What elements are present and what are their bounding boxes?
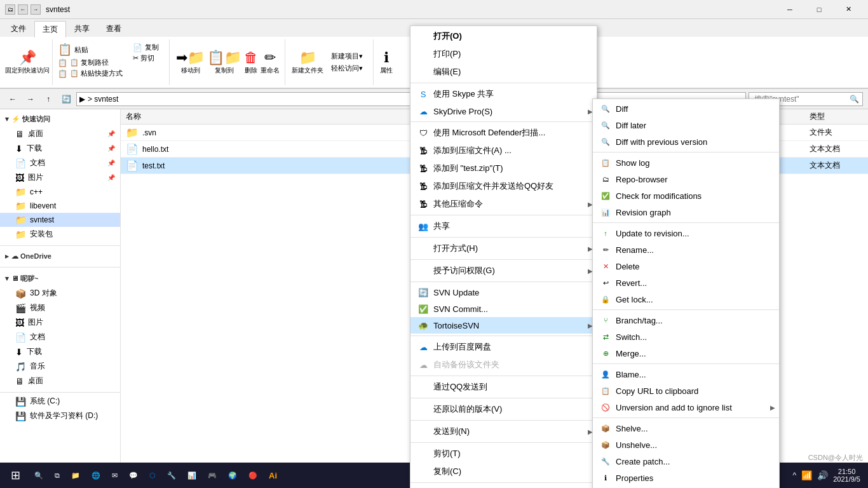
sidebar-item-docs[interactable]: 📄 文档 📌 [0,156,120,170]
pin-to-quickaccess-button[interactable]: 📌 固定到快速访问 [3,39,52,85]
cm-open[interactable]: 打开(O) [410,27,597,45]
new-folder-button[interactable]: 📁 新建文件夹 [292,50,323,75]
title-bar-system-icons[interactable]: 🗂 ← → [5,4,41,15]
cm-svn-rename[interactable]: ✏ Rename... [593,241,779,258]
easy-access-button[interactable]: 轻松访问▾ [329,63,365,74]
cm-svn-revert[interactable]: ↩ Revert... [593,274,779,291]
cm-svn-commit[interactable]: ✅ SVN Commit... [410,301,597,317]
volume-icon[interactable]: 🔊 [817,470,828,480]
cm-qq-send[interactable]: 通过QQ发送到 [410,378,597,396]
taskbar-taskview[interactable]: ⧉ [50,464,65,487]
cm-svn-check-mod[interactable]: ✅ Check for modifications [593,187,779,204]
sidebar-item-svntest[interactable]: 📁 svntest [0,213,120,227]
cm-svn-unshelve[interactable]: 📦 Unshelve... [593,437,779,453]
refresh-button[interactable]: 🔄 [58,92,74,107]
cut-button[interactable]: ✂ 剪切 [130,53,161,64]
window-controls[interactable]: ─ □ ✕ [775,0,863,19]
rename-button[interactable]: ✏ 重命名 [261,50,280,75]
taskbar-search[interactable]: 🔍 [29,464,48,487]
move-to-button[interactable]: ➡📁 移动到 [176,50,205,75]
cm-defender[interactable]: 🛡 使用 Microsoft Defender扫描... [410,124,597,142]
tab-file[interactable]: 文件 [3,20,34,37]
taskbar-app8[interactable]: 🌍 [223,464,242,487]
tab-share[interactable]: 共享 [66,20,98,37]
cm-svn-diff-later[interactable]: 🔍 Diff later [593,117,779,133]
cm-share[interactable]: 👥 共享 [410,217,597,235]
cm-svn-get-lock[interactable]: 🔒 Get lock... [593,291,779,308]
taskbar-ai[interactable]: Ai [264,464,282,487]
paste-shortcut-button[interactable]: 📋 📋 粘贴快捷方式 [55,68,125,79]
taskbar-browser[interactable]: 🌐 [86,464,105,487]
copy-to-button[interactable]: 📋📁 复制到 [207,50,241,75]
cm-print[interactable]: 打印(P) [410,45,597,63]
tab-home[interactable]: 主页 [34,21,66,37]
cm-add-zip[interactable]: 🗜 添加到压缩文件(A) ... [410,142,597,159]
cm-add-zip-qq[interactable]: 🗜 添加到压缩文件并发送给QQ好友 [410,177,597,195]
sidebar-item-documents[interactable]: 📄 文档 [0,330,120,344]
cm-svn-update[interactable]: 🔄 SVN Update [410,284,597,301]
cm-other-zip[interactable]: 🗜 其他压缩命令 ▶ [410,195,597,213]
cm-restore[interactable]: 还原以前的版本(V) [410,400,597,418]
minimize-button[interactable]: ─ [775,0,804,19]
cm-svn-properties[interactable]: ℹ Properties [593,470,779,486]
paste-button[interactable]: 📋 粘贴 [55,42,125,57]
cm-add-testzip[interactable]: 🗜 添加到 "test.zip"(T) [410,159,597,177]
col-type[interactable]: 类型 [804,111,868,122]
cm-svn-switch[interactable]: ⇄ Switch... [593,329,779,345]
copy-path-button[interactable]: 📋 📋 复制路径 [55,57,125,68]
copy-button[interactable]: 📄 复制 [130,42,161,53]
nav-forward-button[interactable]: → [23,92,38,107]
cm-svn-blame[interactable]: 👤 Blame... [593,366,779,383]
new-item-button[interactable]: 新建项目▾ [329,51,365,62]
properties-button[interactable]: ℹ 属性 [380,50,393,75]
cm-svn-update-rev[interactable]: ↑ Update to revision... [593,225,779,241]
sidebar-onedrive-header[interactable]: ▸ ☁ OneDrive [0,250,120,263]
cm-copy[interactable]: 复制(C) [410,463,597,480]
cm-svn-diff-prev[interactable]: 🔍 Diff with previous version [593,133,779,150]
cm-baidu[interactable]: ☁ 上传到百度网盘 [410,338,597,356]
network-icon[interactable]: 📶 [801,470,812,480]
cm-svn-unversion[interactable]: 🚫 Unversion and add to ignore list ▶ [593,399,779,416]
sidebar-item-desktop[interactable]: 🖥 桌面 📌 [0,126,120,141]
nav-back-button[interactable]: ← [5,92,20,107]
cm-open-with[interactable]: 打开方式(H) ▶ [410,240,597,257]
sidebar-nishi-header[interactable]: ▾ 🖥 呢哕~ [0,271,120,286]
cm-svn-repo-browser[interactable]: 🗂 Repo-browser [593,171,779,187]
taskbar-app5[interactable]: 🔧 [162,464,181,487]
sidebar-item-libevent[interactable]: 📁 libevent [0,199,120,213]
system-clock[interactable]: 21:50 2021/9/5 [833,468,860,483]
cm-svn-rev-graph[interactable]: 📊 Revision graph [593,204,779,220]
cm-svn-show-log[interactable]: 📋 Show log [593,154,779,171]
cm-svn-delete[interactable]: ✕ Delete [593,258,779,274]
sidebar-item-pic[interactable]: 🖼 图片 [0,315,120,330]
tray-icon[interactable]: ^ [793,471,797,480]
sidebar-item-drive-c[interactable]: 💾 系统 (C:) [0,394,120,409]
taskbar-vscode[interactable]: ⬡ [144,464,161,487]
maximize-button[interactable]: □ [804,0,834,19]
taskbar-app9[interactable]: 🔴 [243,464,262,487]
taskbar-mail[interactable]: ✉ [107,464,123,487]
cm-cut[interactable]: 剪切(T) [410,445,597,463]
cm-svn-diff[interactable]: 🔍 Diff [593,100,779,117]
sidebar-item-music[interactable]: 🎵 音乐 [0,359,120,374]
cm-tortoise[interactable]: 🐢 TortoiseSVN ▶ [410,317,597,334]
sidebar-item-downloads[interactable]: ⬇ 下载 📌 [0,141,120,156]
tab-view[interactable]: 查看 [98,20,130,37]
sidebar-item-dl[interactable]: ⬇ 下载 [0,344,120,359]
sidebar-item-desktop2[interactable]: 🖥 桌面 [0,374,120,388]
cm-svn-branch-tag[interactable]: ⑂ Branch/tag... [593,312,779,329]
taskbar-app7[interactable]: 🎮 [203,464,222,487]
cm-svn-copy-url[interactable]: 📋 Copy URL to clipboard [593,383,779,399]
cm-send-to[interactable]: 发送到(N) ▶ [410,423,597,440]
sidebar-item-cpp[interactable]: 📁 c++ [0,185,120,199]
start-button[interactable]: ⊞ [3,463,28,488]
sidebar-item-video[interactable]: 🎬 视频 [0,301,120,315]
sidebar-item-3dobjects[interactable]: 📦 3D 对象 [0,286,120,301]
taskbar-msg[interactable]: 💬 [124,464,143,487]
taskbar-explorer[interactable]: 📁 [66,464,85,487]
cm-svn-shelve[interactable]: 📦 Shelve... [593,420,779,437]
cm-skype[interactable]: S 使用 Skype 共享 [410,85,597,103]
delete-button[interactable]: 🗑 删除 [244,50,258,75]
sidebar-item-drive-d[interactable]: 💾 软件及学习资料 (D:) [0,409,120,423]
sidebar-quickaccess-header[interactable]: ▾ ⚡ 快速访问 [0,112,120,126]
